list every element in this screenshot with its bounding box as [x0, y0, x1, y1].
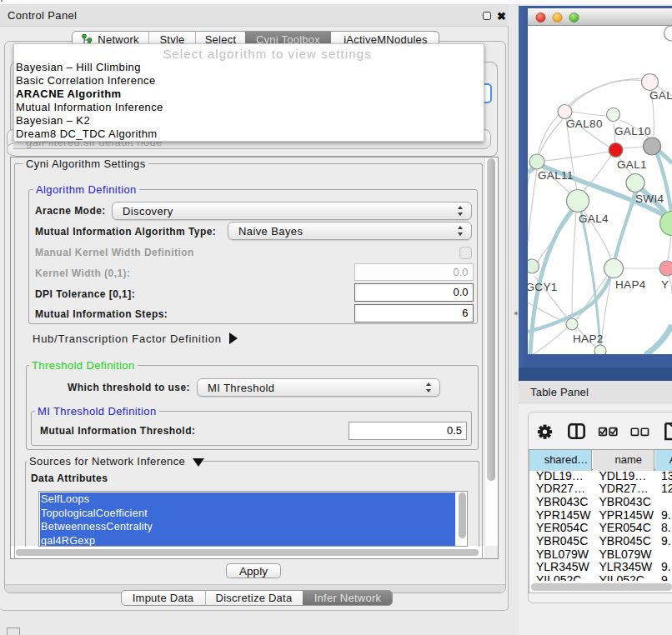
svg-text:GAL11: GAL11 [538, 169, 574, 182]
svg-text:HAP2: HAP2 [573, 332, 604, 345]
svg-text:GAL10: GAL10 [614, 125, 651, 138]
svg-text:GAL: GAL [649, 89, 672, 102]
svg-text:SWI4: SWI4 [635, 192, 664, 205]
svg-text:GAL80: GAL80 [566, 118, 603, 130]
svg-text:Y: Y [661, 278, 669, 291]
svg-text:HAP4: HAP4 [615, 278, 646, 291]
svg-text:GCY1: GCY1 [528, 281, 558, 293]
svg-text:GAL4: GAL4 [579, 212, 609, 225]
svg-text:GAL1: GAL1 [617, 158, 647, 171]
